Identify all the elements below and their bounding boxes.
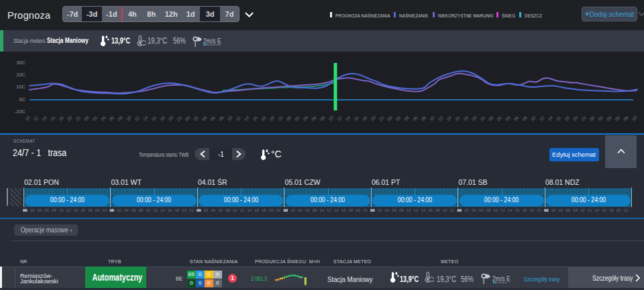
svg-text:20: 20 <box>370 115 376 121</box>
svg-text:12: 12 <box>437 115 443 121</box>
svg-text:22: 22 <box>74 115 81 121</box>
svg-text:20: 20 <box>268 115 275 121</box>
svg-text:18: 18 <box>159 115 166 121</box>
svg-text:12: 12 <box>32 115 39 121</box>
svg-text:14: 14 <box>344 115 351 121</box>
svg-text:-10C: -10C <box>15 108 26 115</box>
svg-text:06: 06 <box>311 115 317 121</box>
svg-text:04: 04 <box>100 115 107 121</box>
svg-text:02: 02 <box>597 115 604 121</box>
svg-text:04: 04 <box>302 115 309 121</box>
svg-text:18: 18 <box>462 115 469 121</box>
svg-text:22: 22 <box>580 115 587 121</box>
svg-text:08: 08 <box>319 115 325 121</box>
svg-text:00: 00 <box>184 115 191 121</box>
svg-text:30C: 30C <box>16 60 25 66</box>
svg-text:06: 06 <box>108 115 115 121</box>
svg-text:18: 18 <box>361 115 368 121</box>
svg-text:08: 08 <box>117 115 123 121</box>
svg-text:14: 14 <box>41 115 48 121</box>
svg-text:20: 20 <box>167 115 174 121</box>
svg-text:14: 14 <box>243 115 250 121</box>
svg-text:16: 16 <box>252 115 258 121</box>
svg-text:22: 22 <box>277 115 284 121</box>
svg-text:10: 10 <box>631 115 637 121</box>
svg-text:22: 22 <box>176 115 182 121</box>
svg-text:10: 10 <box>327 115 334 121</box>
svg-text:02: 02 <box>395 115 402 121</box>
svg-text:04: 04 <box>201 115 208 121</box>
svg-text:0C: 0C <box>19 96 25 102</box>
svg-text:22: 22 <box>378 115 384 121</box>
svg-text:16: 16 <box>453 115 460 121</box>
svg-text:10: 10 <box>530 115 537 121</box>
svg-text:10: 10 <box>226 115 233 121</box>
svg-text:04: 04 <box>606 115 612 121</box>
svg-text:18: 18 <box>58 115 64 121</box>
svg-text:12: 12 <box>538 115 545 121</box>
svg-text:12: 12 <box>336 115 343 121</box>
svg-text:14: 14 <box>445 115 452 121</box>
svg-text:20: 20 <box>66 115 72 121</box>
svg-text:10: 10 <box>24 115 31 121</box>
svg-text:04: 04 <box>403 115 410 121</box>
svg-text:00: 00 <box>285 115 292 121</box>
svg-text:12: 12 <box>235 115 241 121</box>
svg-text:02: 02 <box>91 115 98 121</box>
svg-text:14: 14 <box>547 115 553 121</box>
svg-text:08: 08 <box>420 115 427 121</box>
svg-text:20: 20 <box>471 115 478 121</box>
svg-text:16: 16 <box>353 115 360 121</box>
svg-text:20: 20 <box>572 115 578 121</box>
svg-text:06: 06 <box>614 115 621 121</box>
svg-text:02: 02 <box>294 115 301 121</box>
svg-text:00: 00 <box>386 115 393 121</box>
svg-text:08: 08 <box>218 115 225 121</box>
svg-text:16: 16 <box>150 115 157 121</box>
svg-text:10: 10 <box>125 115 131 121</box>
svg-text:18: 18 <box>564 115 570 121</box>
svg-text:02: 02 <box>496 115 502 121</box>
svg-text:16: 16 <box>555 115 561 121</box>
svg-text:08: 08 <box>623 115 629 121</box>
svg-text:08: 08 <box>521 115 528 121</box>
svg-text:00: 00 <box>83 115 90 121</box>
svg-text:10C: 10C <box>16 84 25 90</box>
svg-text:22: 22 <box>479 115 486 121</box>
svg-text:12: 12 <box>133 115 140 121</box>
svg-text:04: 04 <box>504 115 511 121</box>
svg-text:18: 18 <box>260 115 266 121</box>
svg-text:16: 16 <box>49 115 56 121</box>
svg-text:06: 06 <box>412 115 419 121</box>
svg-text:00: 00 <box>488 115 494 121</box>
svg-text:06: 06 <box>513 115 519 121</box>
svg-text:02: 02 <box>193 115 199 121</box>
svg-text:06: 06 <box>209 115 216 121</box>
svg-text:14: 14 <box>142 115 149 121</box>
svg-text:10: 10 <box>429 115 435 121</box>
svg-text:20C: 20C <box>16 72 25 78</box>
svg-text:00: 00 <box>589 115 596 121</box>
